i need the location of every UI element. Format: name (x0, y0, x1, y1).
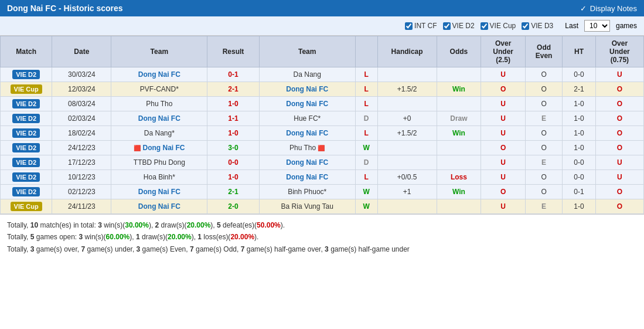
team1-name: Dong Nai FC (111, 67, 207, 82)
team1-name: TTBD Phu Dong (111, 155, 207, 170)
over-under-075: O (595, 82, 643, 97)
odd-even: O (526, 67, 563, 82)
over-under-25: O (481, 141, 526, 155)
match-date: 02/12/23 (52, 185, 111, 199)
match-outcome: W (355, 185, 377, 199)
table-row: VIE D210/12/23Hoa Binh*1-0Dong Nai FCL+0… (1, 170, 644, 185)
match-result: 1-0 (207, 97, 259, 111)
match-handicap (377, 97, 437, 111)
summary-line2: Totally, 5 games open: 3 win(s)(60.00%),… (7, 231, 637, 243)
match-odds: Draw (437, 111, 481, 126)
filter-intcf: INT CF (405, 22, 437, 30)
match-handicap: +1.5/2 (377, 82, 437, 97)
match-badge: VIE D2 (1, 185, 52, 199)
main-container: Dong Nai FC - Historic scores ✓ Display … (0, 0, 644, 260)
col-header-team1: Team (111, 36, 207, 67)
display-notes-checkmark: ✓ (580, 4, 587, 13)
team2-name: Dong Nai FC (259, 97, 355, 111)
vied3-checkbox[interactable] (522, 22, 529, 30)
odd-even: E (526, 155, 563, 170)
table-row: VIE D208/03/24Phu Tho1-0Dong Nai FCLUO1-… (1, 97, 644, 111)
team1-name: Dong Nai FC (111, 185, 207, 199)
col-header-odds: Odds (437, 36, 481, 67)
match-outcome: L (355, 97, 377, 111)
team2-name: Phu Tho 🟥 (259, 141, 355, 155)
team2-name: Dong Nai FC (259, 170, 355, 185)
vied2-checkbox[interactable] (443, 22, 451, 30)
table-row: VIE Cup12/03/24PVF-CAND*2-1Dong Nai FCL+… (1, 82, 644, 97)
ht-score: 1-0 (563, 97, 596, 111)
col-header-date: Date (52, 36, 111, 67)
col-header-handicap: Handicap (377, 36, 437, 67)
over-under-075: O (595, 97, 643, 111)
competition-badge: VIE D2 (12, 128, 40, 138)
table-row: VIE D224/12/23🟥 Dong Nai FC3-0Phu Tho 🟥W… (1, 141, 644, 155)
team2-name: Hue FC* (259, 111, 355, 126)
over-under-25: O (481, 82, 526, 97)
last-label: Last (565, 22, 578, 30)
match-odds: Win (437, 82, 481, 97)
match-odds (437, 199, 481, 214)
match-date: 17/12/23 (52, 155, 111, 170)
match-badge: VIE D2 (1, 111, 52, 126)
competition-badge: VIE D2 (12, 143, 40, 152)
intcf-checkbox[interactable] (405, 22, 413, 30)
match-handicap: +0/0.5 (377, 170, 437, 185)
team2-name: Da Nang (259, 67, 355, 82)
games-select[interactable]: 10 5 15 20 (584, 20, 610, 32)
col-header-result: Result (207, 36, 259, 67)
over-under-25: U (481, 170, 526, 185)
table-row: VIE D230/03/24Dong Nai FC0-1Da NangLUO0-… (1, 67, 644, 82)
ht-score: 1-0 (563, 141, 596, 155)
odd-even: O (526, 97, 563, 111)
match-result: 1-0 (207, 170, 259, 185)
display-notes-label: Display Notes (590, 4, 637, 13)
over-under-25: U (481, 155, 526, 170)
table-row: VIE D202/12/23Dong Nai FC2-1Binh Phuoc*W… (1, 185, 644, 199)
col-header-ht: HT (563, 36, 596, 67)
col-header-over-under-25: OverUnder(2.5) (481, 36, 526, 67)
games-label: games (616, 22, 637, 30)
ht-score: 2-1 (563, 82, 596, 97)
table-row: VIE Cup24/11/23Dong Nai FC2-0Ba Ria Vung… (1, 199, 644, 214)
match-badge: VIE D2 (1, 67, 52, 82)
match-handicap (377, 155, 437, 170)
competition-badge: VIE D2 (12, 114, 40, 123)
vied3-label: VIE D3 (531, 22, 553, 30)
viecup-checkbox[interactable] (481, 22, 488, 30)
team2-name: Dong Nai FC (259, 82, 355, 97)
over-under-25: U (481, 97, 526, 111)
ht-score: 0-1 (563, 185, 596, 199)
scores-table: Match Date Team Result Team Handicap Odd… (0, 36, 644, 214)
match-date: 18/02/24 (52, 126, 111, 141)
over-under-075: U (595, 155, 643, 170)
match-badge: VIE D2 (1, 170, 52, 185)
match-result: 0-1 (207, 67, 259, 82)
ht-score: 1-0 (563, 126, 596, 141)
match-odds (437, 67, 481, 82)
col-header-team2: Team (259, 36, 355, 67)
ht-score: 0-0 (563, 170, 596, 185)
match-result: 0-0 (207, 155, 259, 170)
competition-badge: VIE D2 (12, 99, 40, 108)
filter-bar: INT CF VIE D2 VIE Cup VIE D3 Last 10 5 1… (0, 16, 644, 36)
match-handicap: +1.5/2 (377, 126, 437, 141)
match-odds (437, 155, 481, 170)
competition-badge: VIE D2 (12, 172, 40, 182)
competition-badge: VIE D2 (12, 187, 40, 196)
match-date: 30/03/24 (52, 67, 111, 82)
ht-score: 0-0 (563, 67, 596, 82)
header-right: ✓ Display Notes (580, 4, 637, 13)
odd-even: O (526, 141, 563, 155)
match-outcome: W (355, 199, 377, 214)
match-result: 1-1 (207, 111, 259, 126)
odd-even: E (526, 199, 563, 214)
header: Dong Nai FC - Historic scores ✓ Display … (0, 0, 644, 16)
odd-even: O (526, 126, 563, 141)
match-result: 2-1 (207, 82, 259, 97)
match-badge: VIE D2 (1, 155, 52, 170)
over-under-075: U (595, 67, 643, 82)
over-under-075: O (595, 199, 643, 214)
over-under-25: U (481, 111, 526, 126)
match-badge: VIE Cup (1, 82, 52, 97)
